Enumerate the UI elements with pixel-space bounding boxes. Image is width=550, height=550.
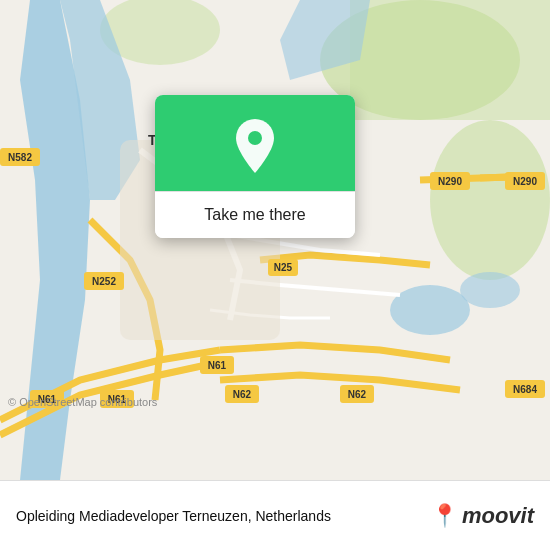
svg-text:N582: N582 [8,152,32,163]
popup-green-section [155,95,355,191]
svg-text:N25: N25 [274,262,293,273]
take-me-there-button[interactable]: Take me there [155,191,355,238]
svg-point-31 [248,131,262,145]
location-pin-icon [233,119,277,173]
location-title: Opleiding Mediadeveloper Terneuzen, Neth… [16,508,419,524]
map-attribution: © OpenStreetMap contributors [8,396,157,408]
footer-text: Opleiding Mediadeveloper Terneuzen, Neth… [16,508,419,524]
footer-bar: Opleiding Mediadeveloper Terneuzen, Neth… [0,480,550,550]
svg-text:N252: N252 [92,276,116,287]
moovit-logo: 📍 moovit [431,503,534,529]
location-popup: Take me there [155,95,355,238]
svg-rect-3 [350,0,550,120]
svg-text:N62: N62 [233,389,252,400]
moovit-brand-text: moovit [462,503,534,529]
svg-point-5 [390,285,470,335]
svg-text:N62: N62 [348,389,367,400]
svg-text:N290: N290 [438,176,462,187]
map-area: N582 N252 N61 N61 N62 N62 N61 N25 N290 N… [0,0,550,480]
svg-point-6 [460,272,520,308]
svg-text:N684: N684 [513,384,537,395]
svg-text:N290: N290 [513,176,537,187]
svg-point-2 [430,120,550,280]
moovit-pin-icon: 📍 [431,505,458,527]
svg-text:N61: N61 [208,360,227,371]
